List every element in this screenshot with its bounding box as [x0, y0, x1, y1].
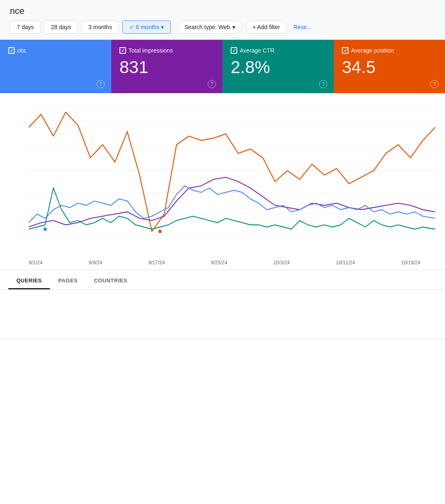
search-type-button[interactable]: Search type: Web ▾: [177, 21, 242, 34]
clicks-label: cks: [8, 47, 103, 54]
x-axis-labels: 9/1/24 9/9/24 9/17/24 9/25/24 10/3/24 10…: [8, 257, 437, 266]
x-label-7: 10/19/24: [401, 260, 420, 266]
tab-countries[interactable]: COUNTRIES: [86, 270, 135, 289]
metric-card-ctr[interactable]: Average CTR 2.8% ?: [222, 40, 334, 93]
search-type-label: Search type: Web: [184, 24, 230, 30]
tabs-row: QUERIES PAGES COUNTRIES: [0, 270, 445, 290]
x-label-3: 9/17/24: [148, 260, 165, 266]
clicks-checkbox[interactable]: [8, 47, 15, 54]
tab-queries[interactable]: QUERIES: [8, 270, 50, 289]
chart-svg: [8, 101, 437, 257]
ctr-label: Average CTR: [231, 47, 326, 54]
ctr-value: 2.8%: [231, 58, 326, 77]
x-label-2: 9/9/24: [89, 260, 102, 266]
chart-wrapper: [8, 101, 437, 257]
ctr-help-icon[interactable]: ?: [319, 80, 327, 88]
chevron-down-icon: ▾: [232, 24, 235, 30]
content-area: [0, 290, 445, 339]
position-value: 34.5: [342, 58, 437, 77]
date-btn-7days[interactable]: 7 days: [10, 21, 41, 34]
page-title: nce: [3, 6, 445, 21]
metric-card-impressions[interactable]: Total impressions 831 ?: [111, 40, 222, 93]
metric-card-clicks[interactable]: cks ?: [0, 40, 111, 93]
svg-point-8: [44, 227, 47, 231]
svg-point-7: [158, 229, 162, 233]
date-btn-3months[interactable]: 3 months: [81, 21, 119, 34]
impressions-checkbox[interactable]: [119, 47, 126, 54]
x-label-6: 10/11/24: [336, 260, 355, 266]
metrics-row: cks ? Total impressions 831 ? Average CT…: [0, 40, 445, 93]
date-btn-6months[interactable]: ✓ 6 months ▾: [122, 21, 171, 34]
filter-row: 7 days 28 days 3 months ✓ 6 months ▾ Sea…: [3, 21, 445, 34]
position-label: Average position: [342, 47, 437, 54]
impressions-help-icon[interactable]: ?: [208, 80, 216, 88]
x-label-4: 9/25/24: [211, 260, 227, 266]
date-btn-28days[interactable]: 28 days: [44, 21, 78, 34]
reset-label: Rese...: [294, 24, 312, 30]
chart-section: 9/1/24 9/9/24 9/17/24 9/25/24 10/3/24 10…: [0, 93, 445, 270]
metric-card-position[interactable]: Average position 34.5 ?: [334, 40, 445, 93]
clicks-help-icon[interactable]: ?: [96, 80, 105, 88]
impressions-label: Total impressions: [119, 47, 214, 54]
x-label-1: 9/1/24: [29, 260, 42, 266]
add-filter-button[interactable]: + Add filter: [245, 21, 287, 34]
ctr-checkbox[interactable]: [231, 47, 237, 54]
tab-pages[interactable]: PAGES: [50, 270, 86, 289]
header-bar: nce 7 days 28 days 3 months ✓ 6 months ▾…: [0, 0, 445, 40]
impressions-value: 831: [119, 58, 214, 77]
position-help-icon[interactable]: ?: [430, 80, 438, 88]
reset-link[interactable]: Rese...: [290, 21, 315, 33]
x-label-5: 10/3/24: [273, 260, 290, 266]
page-container: nce 7 days 28 days 3 months ✓ 6 months ▾…: [0, 0, 445, 504]
add-filter-label: + Add filter: [252, 24, 280, 30]
position-checkbox[interactable]: [342, 47, 349, 54]
